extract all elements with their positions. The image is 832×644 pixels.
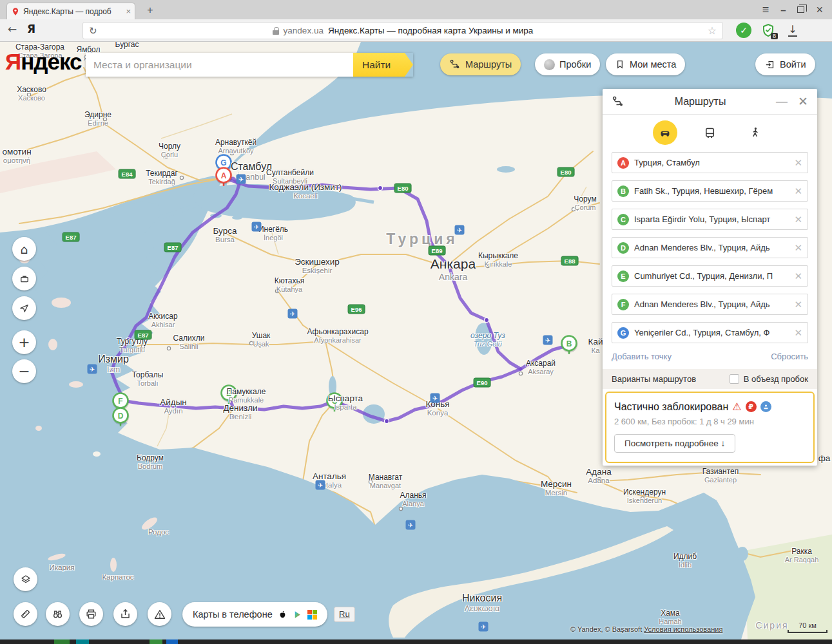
login-button[interactable]: Войти <box>755 53 815 75</box>
avoid-jams-checkbox[interactable] <box>730 374 739 384</box>
waypoint-input-F[interactable]: FAdnan Menderes Blv., Турция, Айдь✕ <box>612 294 808 315</box>
window-close-button[interactable]: × <box>816 3 823 17</box>
waypoint-input-B[interactable]: BFatih Sk., Турция, Невшехир, Гёрем✕ <box>612 180 808 202</box>
mode-car[interactable] <box>653 120 677 145</box>
waypoint-clear-icon[interactable]: ✕ <box>794 327 802 339</box>
bus-icon <box>703 126 717 140</box>
waypoint-clear-icon[interactable]: ✕ <box>794 242 802 254</box>
extension-check-icon[interactable]: ✓ <box>736 23 751 38</box>
share-icon <box>119 608 131 620</box>
traffic-button[interactable]: Пробки <box>535 53 600 75</box>
navigate-arrow-icon <box>19 303 30 314</box>
windows-taskbar[interactable] <box>0 639 832 644</box>
window-restore-button[interactable] <box>797 6 804 13</box>
measure-button[interactable] <box>14 602 37 626</box>
waypoint-clear-icon[interactable]: ✕ <box>794 270 802 282</box>
waypoint-clear-icon[interactable]: ✕ <box>794 299 802 310</box>
search-button[interactable]: Найти <box>353 53 413 77</box>
route-status: Частично заблокирован <box>614 401 728 413</box>
work-button[interactable] <box>12 267 36 290</box>
my-places-button[interactable]: Мои места <box>606 53 685 75</box>
print-button[interactable] <box>79 602 103 626</box>
waypoint-badge: G <box>617 327 629 339</box>
window-minimize-button[interactable]: – <box>780 5 786 15</box>
search-input[interactable]: Места и организации <box>86 53 353 77</box>
waypoint-text: Fatih Sk., Турция, Невшехир, Гёрем <box>634 186 791 196</box>
copyright-text: © Yandex, © Başarsoft <box>570 625 642 633</box>
my-places-label: Мои места <box>630 59 676 70</box>
explore-button[interactable] <box>46 602 70 626</box>
terms-link[interactable]: Условия использования <box>644 625 722 633</box>
waypoint-clear-icon[interactable]: ✕ <box>794 185 802 197</box>
url-page-title: Яндекс.Карты — подробная карта Украины и… <box>328 26 533 35</box>
back-button[interactable]: ← <box>8 23 17 35</box>
report-error-button[interactable] <box>148 602 171 626</box>
routes-panel-header: Маршруты — ✕ <box>603 89 817 115</box>
home-button[interactable]: ⌂ <box>12 237 36 261</box>
waypoint-input-C[interactable]: CIsparta Eğirdir Yolu, Турция, Ыспарт✕ <box>612 209 808 230</box>
language-button[interactable]: Ru <box>334 607 355 622</box>
mode-walk[interactable] <box>743 120 768 145</box>
routes-panel: Маршруты — ✕ AТурция, Стамбул✕BFatih Sk.… <box>603 89 817 466</box>
route-via-point[interactable] <box>126 338 131 343</box>
share-button[interactable] <box>113 602 137 626</box>
route-via-point[interactable] <box>485 318 489 323</box>
svg-text:D: D <box>118 412 124 421</box>
city-dot <box>486 264 489 267</box>
traffic-button-label: Пробки <box>559 59 591 70</box>
tab-close-icon[interactable]: × <box>126 6 131 16</box>
new-tab-button[interactable]: + <box>142 5 159 16</box>
waypoint-badge: F <box>617 299 629 310</box>
route-summary: 2 600 км, Без пробок: 1 д 8 ч 29 мин <box>614 417 806 426</box>
reset-route-link[interactable]: Сбросить <box>771 352 808 361</box>
browser-tab[interactable]: Яндекс.Карты — подроб × <box>6 3 135 19</box>
url-host: yandex.ua <box>284 26 324 35</box>
waypoint-clear-icon[interactable]: ✕ <box>794 214 802 225</box>
download-icon[interactable]: ↓ <box>785 23 800 38</box>
svg-text:A: A <box>221 171 227 180</box>
panel-minimize-button[interactable]: — <box>776 95 788 108</box>
yandex-logo[interactable]: Яндекс <box>5 49 82 75</box>
windows-icon <box>307 610 317 620</box>
route-result-card[interactable]: Частично заблокирован ⚠ ₽ 2 600 км, Без … <box>605 392 815 463</box>
city-dot <box>641 497 644 500</box>
route-via-point[interactable] <box>385 419 389 424</box>
city-dot <box>369 480 372 483</box>
toll-road-icon: ₽ <box>746 401 757 412</box>
mode-transit[interactable] <box>698 120 722 145</box>
waypoint-badge: C <box>617 214 629 225</box>
city-dot <box>167 346 170 350</box>
routes-button[interactable]: Маршруты <box>440 53 521 75</box>
waypoint-text: Adnan Menderes Blv., Турция, Айдь <box>634 299 791 309</box>
waypoint-input-G[interactable]: GYeniçeriler Cd., Турция, Стамбул, Ф✕ <box>612 322 808 343</box>
waypoint-input-A[interactable]: AТурция, Стамбул✕ <box>612 152 808 173</box>
screen: { "browser": { "tab_title": "Яндекс.Карт… <box>0 0 832 644</box>
layers-icon <box>20 574 32 585</box>
panel-close-button[interactable]: ✕ <box>798 94 808 109</box>
extension-shield-icon[interactable]: 8 <box>760 23 776 38</box>
login-label: Войти <box>780 59 806 70</box>
refresh-icon[interactable]: ↻ <box>89 25 97 37</box>
warning-triangle-icon <box>153 608 166 621</box>
avoid-jams-label: В объезд пробок <box>744 374 808 384</box>
locate-button[interactable] <box>12 296 36 320</box>
zoom-in-button[interactable]: + <box>12 330 36 354</box>
waypoint-input-E[interactable]: ECumhuriyet Cd., Турция, Денизли, П✕ <box>612 265 808 287</box>
zoom-out-button[interactable]: − <box>12 359 36 383</box>
address-bar[interactable]: ↻ yandex.ua Яндекс.Карты — подробная кар… <box>82 22 723 39</box>
routes-button-label: Маршруты <box>465 59 512 70</box>
maps-in-phone-button[interactable]: Карты в телефоне <box>182 602 327 627</box>
waypoint-input-D[interactable]: DAdnan Menderes Blv., Турция, Айдь✕ <box>612 237 808 258</box>
waypoint-clear-icon[interactable]: ✕ <box>794 157 802 169</box>
google-play-icon <box>293 610 302 620</box>
svg-text:B: B <box>566 339 572 348</box>
browser-menu-icon[interactable]: ≡ <box>762 3 769 17</box>
bookmark-star-icon[interactable]: ☆ <box>708 24 717 37</box>
add-point-link[interactable]: Добавить точку <box>612 352 672 361</box>
route-details-button[interactable]: Посмотреть подробнее ↓ <box>614 434 735 453</box>
route-via-point[interactable] <box>378 186 383 191</box>
layers-button[interactable] <box>14 567 37 591</box>
yandex-home-button[interactable]: Я <box>27 23 35 35</box>
city-dot <box>324 339 327 343</box>
car-icon <box>658 126 672 140</box>
